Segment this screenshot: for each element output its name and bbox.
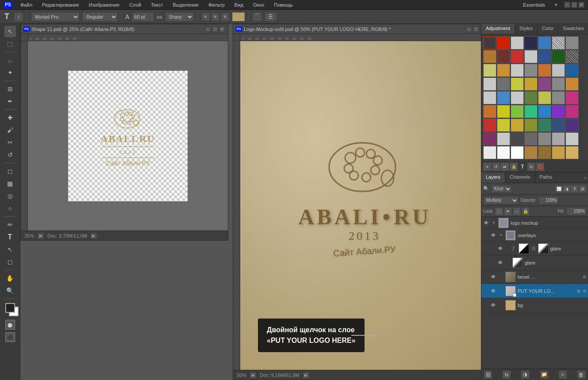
style-swatch[interactable]: [565, 119, 579, 132]
style-swatch[interactable]: [552, 119, 565, 132]
large-canvas[interactable]: ABALI•RU 2013 Сайт Абали.РУ Двойной щелч…: [240, 41, 481, 370]
fill-input[interactable]: [566, 207, 586, 215]
align-right-icon[interactable]: ≡: [221, 12, 230, 21]
style-swatch[interactable]: [511, 132, 524, 146]
tab-paths[interactable]: Paths: [535, 173, 557, 183]
magic-wand-tool[interactable]: ✦: [4, 67, 16, 78]
style-swatch[interactable]: [538, 146, 551, 159]
menu-edit[interactable]: Редактирование: [40, 1, 81, 8]
foreground-color[interactable]: [5, 303, 15, 313]
tab-layers[interactable]: Layers: [481, 173, 505, 183]
menu-filter[interactable]: Фильтр: [207, 1, 227, 8]
zoom-tool[interactable]: 🔍: [4, 285, 16, 296]
menu-help[interactable]: Помощь: [272, 1, 295, 8]
blend-mode-select[interactable]: Multiply: [483, 196, 519, 204]
style-swatch[interactable]: [483, 64, 496, 77]
brush-tool[interactable]: 🖌: [4, 124, 16, 136]
style-swatch[interactable]: [497, 119, 510, 132]
large-zoom-arrow[interactable]: ▶: [250, 372, 256, 378]
healing-tool[interactable]: ✚: [4, 112, 16, 123]
layer-item-put-logo[interactable]: 👁 PUT YOUR LO... ⊞ fx: [481, 284, 588, 298]
menu-image[interactable]: Изображение: [87, 1, 121, 8]
style-swatch[interactable]: [552, 77, 565, 91]
history-brush-tool[interactable]: ↺: [4, 149, 16, 161]
style-swatch[interactable]: [511, 119, 524, 132]
small-canvas[interactable]: ABALI.RU 2013 Сайт Абали.РУ: [28, 41, 228, 230]
tab-adjustment[interactable]: Adjustment: [481, 24, 515, 34]
layer-visibility-toggle[interactable]: 👁: [497, 260, 503, 266]
style-swatch[interactable]: [565, 91, 579, 104]
layer-visibility-toggle[interactable]: 👁: [490, 274, 496, 280]
style-swatch[interactable]: [565, 77, 579, 91]
style-swatch[interactable]: [497, 91, 510, 104]
style-swatch[interactable]: [565, 146, 579, 159]
style-swatch[interactable]: [483, 50, 496, 63]
marquee-tool[interactable]: ⬚: [4, 38, 16, 50]
style-swatch[interactable]: [524, 36, 538, 50]
style-swatch[interactable]: [524, 132, 538, 146]
menu-layer[interactable]: Слой: [127, 1, 143, 8]
layer-item-glare1[interactable]: 👁 ƒ ⛓ glare: [481, 242, 588, 256]
new-group-button[interactable]: 📁: [540, 371, 548, 379]
style-swatch[interactable]: [497, 77, 510, 91]
layer-item-glare2[interactable]: 👁 glare: [481, 256, 588, 270]
layer-visibility-toggle[interactable]: 👁: [490, 302, 496, 308]
eraser-tool[interactable]: ◻: [4, 165, 16, 177]
type-tool[interactable]: T: [4, 231, 16, 243]
large-window-minimize[interactable]: ─: [466, 26, 472, 32]
filter-type-icon[interactable]: T: [571, 185, 578, 192]
style-swatch[interactable]: [552, 105, 565, 118]
quick-mask-icon[interactable]: ⬤: [5, 320, 15, 330]
style-swatch[interactable]: [497, 132, 510, 146]
style-swatch[interactable]: [483, 132, 496, 146]
text-color-swatch[interactable]: [232, 12, 245, 21]
style-swatch[interactable]: [497, 50, 510, 63]
font-size-input[interactable]: [132, 12, 154, 22]
character-panel-icon[interactable]: ☰: [265, 12, 277, 22]
add-style-button[interactable]: fx: [503, 371, 511, 379]
style-swatch[interactable]: [538, 50, 551, 63]
new-layer-button[interactable]: +: [559, 371, 567, 379]
opacity-input[interactable]: [538, 196, 558, 204]
style-swatch[interactable]: [511, 64, 524, 77]
add-mask-button[interactable]: ◑: [521, 371, 529, 379]
style-swatch[interactable]: [538, 36, 551, 50]
color-chips[interactable]: [5, 303, 15, 313]
style-swatch[interactable]: [565, 64, 579, 77]
lock-pixels-icon[interactable]: ✒: [504, 208, 511, 215]
panel-icon-4[interactable]: 🔒: [510, 163, 518, 171]
minimize-button[interactable]: ─: [564, 2, 570, 8]
zoom-arrow[interactable]: ▶: [38, 233, 44, 239]
style-swatch[interactable]: [538, 132, 551, 146]
style-swatch[interactable]: [538, 77, 551, 91]
style-swatch[interactable]: [565, 50, 579, 63]
lasso-tool[interactable]: ⌓: [4, 54, 16, 66]
menu-file[interactable]: Файл: [19, 1, 34, 8]
layer-visibility-toggle[interactable]: 👁: [483, 220, 489, 226]
style-swatch[interactable]: [511, 105, 524, 118]
panel-icon-5[interactable]: fx: [527, 163, 535, 171]
gradient-tool[interactable]: ▦: [4, 178, 16, 189]
large-window-maximize[interactable]: □: [473, 26, 479, 32]
layer-item-bg[interactable]: 👁 bg: [481, 298, 588, 312]
shape-tool[interactable]: ◻: [4, 256, 16, 268]
pen-tool[interactable]: ✏: [4, 219, 16, 230]
tab-color[interactable]: Color: [538, 24, 558, 34]
panel-icon-T[interactable]: T: [519, 163, 527, 171]
filter-smart-icon[interactable]: ⊞: [579, 185, 586, 192]
layer-item-logo-mockup[interactable]: 👁 ▼ logo mockup: [481, 217, 588, 229]
layer-visibility-toggle[interactable]: 👁: [490, 232, 496, 238]
tab-swatches[interactable]: Swatches: [558, 24, 588, 34]
layer-visibility-toggle[interactable]: 👁: [497, 246, 503, 252]
clone-stamp-tool[interactable]: ✂: [4, 137, 16, 148]
style-swatch[interactable]: [538, 105, 551, 118]
lock-transparent-icon[interactable]: ⬚: [496, 208, 503, 215]
style-swatch[interactable]: [538, 119, 551, 132]
style-swatch[interactable]: [524, 50, 538, 63]
style-swatch[interactable]: [552, 50, 565, 63]
style-swatch[interactable]: [524, 77, 538, 91]
lock-position-icon[interactable]: ↔: [513, 208, 520, 215]
style-swatch[interactable]: [511, 77, 524, 91]
move-tool[interactable]: ↖: [4, 26, 16, 37]
panel-icon-6[interactable]: ⭕: [536, 163, 544, 171]
